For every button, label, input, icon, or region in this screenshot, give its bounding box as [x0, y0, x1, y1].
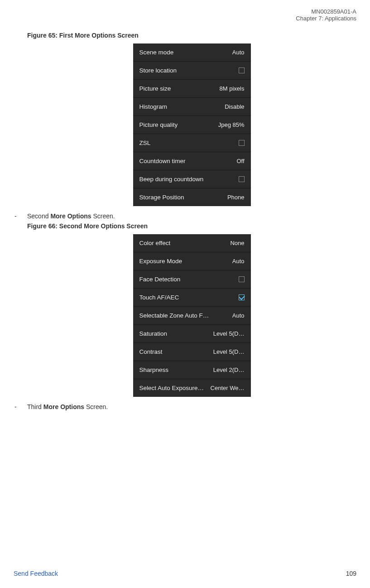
setting-value: 8M pixels — [220, 85, 245, 92]
setting-row[interactable]: SaturationLevel 5(D… — [133, 325, 251, 343]
bullet-text: Second More Options Screen. — [27, 212, 115, 220]
setting-label: Touch AF/AEC — [139, 294, 179, 301]
setting-row[interactable]: Picture size8M pixels — [133, 80, 251, 98]
setting-value: Auto — [232, 49, 245, 56]
setting-row[interactable]: SharpnessLevel 2(D… — [133, 361, 251, 379]
checkbox-icon[interactable] — [239, 140, 245, 146]
bullet-bold: More Options — [50, 212, 91, 220]
setting-label: Color effect — [139, 240, 171, 246]
page-number: 109 — [346, 570, 356, 577]
setting-value: Jpeg 85% — [218, 121, 245, 128]
checkbox-icon[interactable] — [239, 276, 245, 282]
bullet-bold: More Options — [43, 403, 84, 410]
send-feedback-link[interactable]: Send Feedback — [14, 570, 58, 577]
setting-label: Face Detection — [139, 276, 181, 283]
page-header: MN002859A01-A Chapter 7: Applications — [296, 8, 356, 22]
doc-id: MN002859A01-A — [296, 8, 356, 15]
setting-row[interactable]: Face Detection — [133, 270, 251, 289]
setting-row[interactable]: Touch AF/AEC — [133, 289, 251, 307]
bullet-prefix: Third — [27, 403, 43, 410]
figure-65-caption: Figure 65: First More Options Screen — [27, 32, 356, 39]
chapter-label: Chapter 7: Applications — [296, 15, 356, 22]
setting-label: Selectable Zone Auto F… — [139, 312, 209, 319]
setting-row[interactable]: Scene modeAuto — [133, 43, 251, 62]
setting-label: Storage Position — [139, 194, 184, 201]
figure-66-screenshot: Color effectNoneExposure ModeAutoFace De… — [133, 234, 251, 397]
bullet-prefix: Second — [27, 212, 50, 220]
setting-value: Disable — [225, 103, 244, 110]
bullet-text: Third More Options Screen. — [27, 403, 108, 410]
setting-row[interactable]: Picture qualityJpeg 85% — [133, 116, 251, 134]
setting-row[interactable]: Storage PositionPhone — [133, 188, 251, 206]
bullet-third-more-options: - Third More Options Screen. — [14, 403, 356, 410]
setting-row[interactable]: ZSL — [133, 134, 251, 152]
bullet-second-more-options: - Second More Options Screen. — [14, 212, 356, 220]
setting-label: Beep during countdown — [139, 176, 204, 183]
setting-label: Scene mode — [139, 49, 174, 56]
bullet-suffix: Screen. — [84, 403, 108, 410]
figure-66-caption: Figure 66: Second More Options Screen — [27, 222, 356, 230]
setting-row[interactable]: HistogramDisable — [133, 98, 251, 116]
page-footer: Send Feedback 109 — [14, 570, 356, 577]
setting-value: Auto — [232, 258, 245, 265]
setting-value: Level 5(D… — [213, 348, 245, 355]
setting-row[interactable]: Beep during countdown — [133, 170, 251, 188]
setting-label: Picture size — [139, 85, 171, 92]
content-area: Figure 65: First More Options Screen Sce… — [27, 32, 356, 413]
setting-row[interactable]: ContrastLevel 5(D… — [133, 343, 251, 361]
setting-value: Level 2(D… — [213, 366, 245, 373]
setting-value: Off — [236, 158, 244, 164]
setting-row[interactable]: Select Auto Exposure…Center We… — [133, 379, 251, 397]
setting-row[interactable]: Exposure ModeAuto — [133, 252, 251, 270]
bullet-dash: - — [14, 212, 27, 220]
setting-label: Store location — [139, 67, 177, 74]
setting-label: Countdown timer — [139, 158, 186, 164]
checkbox-icon[interactable] — [239, 176, 245, 182]
bullet-suffix: Screen. — [91, 212, 115, 220]
checkbox-icon[interactable] — [239, 67, 245, 73]
setting-label: Sharpness — [139, 366, 169, 373]
setting-value: Center We… — [211, 385, 245, 391]
setting-row[interactable]: Countdown timerOff — [133, 152, 251, 170]
bullet-dash: - — [14, 403, 27, 410]
setting-label: Exposure Mode — [139, 258, 183, 265]
setting-label: Picture quality — [139, 121, 178, 128]
setting-label: Contrast — [139, 348, 163, 355]
setting-row[interactable]: Store location — [133, 62, 251, 80]
setting-row[interactable]: Color effectNone — [133, 234, 251, 252]
setting-label: Histogram — [139, 103, 168, 110]
setting-label: Select Auto Exposure… — [139, 385, 204, 391]
setting-row[interactable]: Selectable Zone Auto F…Auto — [133, 307, 251, 325]
figure-65-screenshot: Scene modeAutoStore locationPicture size… — [133, 43, 251, 206]
setting-value: Level 5(D… — [213, 330, 245, 337]
setting-value: Auto — [232, 312, 245, 319]
setting-label: Saturation — [139, 330, 168, 337]
setting-value: Phone — [227, 194, 245, 201]
setting-value: None — [230, 240, 244, 246]
checkbox-icon[interactable] — [239, 294, 245, 300]
setting-label: ZSL — [139, 140, 151, 146]
